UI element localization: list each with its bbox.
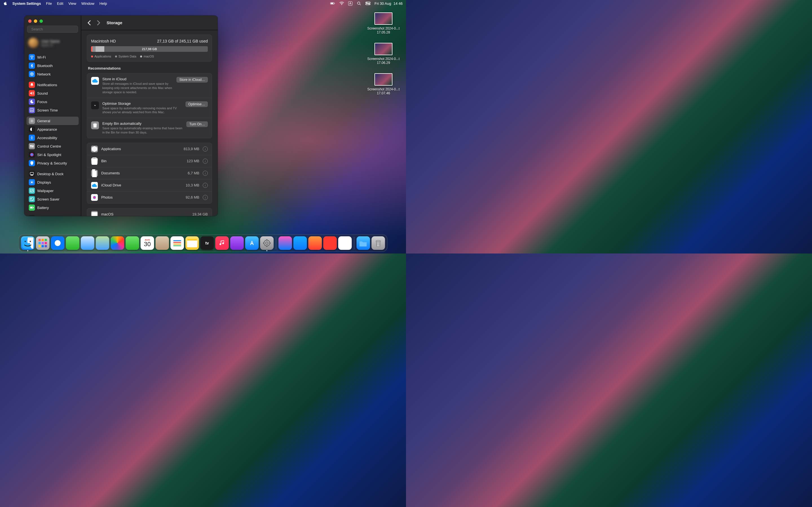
dock-music[interactable] (215, 236, 229, 250)
dock-launchpad[interactable] (36, 236, 50, 250)
info-button[interactable]: i (203, 159, 208, 164)
menu-app-name[interactable]: System Settings (12, 1, 41, 6)
category-macos: macOS 19,34 GB (87, 209, 212, 216)
iclouddrive-icon (91, 182, 98, 189)
sidebar-item-label: Bluetooth (37, 64, 53, 68)
dock-downloads[interactable] (357, 236, 370, 250)
menu-help[interactable]: Help (100, 1, 107, 6)
dock-messages[interactable] (66, 236, 80, 250)
dock-podcasts[interactable] (231, 236, 244, 250)
search-input[interactable] (31, 27, 79, 31)
dock-r5[interactable] (338, 236, 352, 250)
menu-bar: System Settings File Edit View Window He… (0, 0, 406, 7)
dock-mail[interactable] (81, 236, 94, 250)
category-label: Photos (101, 195, 183, 200)
dock-trash[interactable] (371, 236, 385, 250)
dock-r4[interactable] (323, 236, 337, 250)
input-source-icon[interactable]: A (348, 1, 352, 6)
menubar-date: Fri 30 Aug (374, 1, 391, 6)
dock-appstore[interactable] (245, 236, 259, 250)
sidebar-item-privacy[interactable]: Privacy & Security (27, 159, 79, 167)
menubar-clock[interactable]: Fri 30 Aug 14 46 (374, 1, 403, 6)
minimize-button[interactable] (34, 19, 37, 23)
icloud-button[interactable]: Store in iCloud… (176, 77, 208, 82)
sidebar-item-network[interactable]: Network (27, 70, 79, 78)
sidebar-item-controlcentre[interactable]: Control Centre (27, 142, 79, 151)
apple-menu-icon[interactable] (3, 1, 7, 5)
dock-finder[interactable] (21, 236, 35, 250)
dock-safari[interactable] (51, 236, 64, 250)
sidebar-item-lockscreen[interactable]: Lock Screen (27, 214, 79, 216)
dock-maps[interactable] (96, 236, 109, 250)
dock-r3[interactable] (308, 236, 322, 250)
sidebar-item-screentime[interactable]: Screen Time (27, 106, 79, 114)
menu-window[interactable]: Window (81, 1, 94, 6)
sidebar-item-bluetooth[interactable]: Bluetooth (27, 61, 79, 70)
svg-point-3 (342, 4, 342, 5)
recommendations-panel: Store in iCloud Store all messages in iC… (87, 73, 212, 138)
category-photos[interactable]: Photos 92,6 MB i (87, 191, 212, 203)
control-centre-icon[interactable] (365, 1, 370, 5)
macos-icon (91, 211, 98, 216)
category-size: 123 MB (187, 159, 199, 163)
optimise-button[interactable]: Optimise… (186, 101, 208, 107)
desktop-file[interactable]: Screenshot 2024-0...t 17.05.28 (366, 12, 400, 34)
category-iclouddrive[interactable]: iCloud Drive 10,3 MB i (87, 179, 212, 191)
sidebar-item-label: Battery (37, 206, 49, 210)
svg-point-20 (31, 145, 31, 146)
sidebar-item-battery[interactable]: Battery (27, 203, 79, 212)
dock-calendar[interactable]: AUG30 (141, 236, 154, 250)
dock-r1[interactable] (278, 236, 292, 250)
wifi-icon[interactable] (339, 1, 344, 5)
optimise-icon: tv (91, 101, 99, 109)
sidebar-item-wifi[interactable]: Wi-Fi (27, 53, 79, 61)
emptybin-button[interactable]: Turn On… (186, 121, 208, 127)
close-button[interactable] (28, 19, 32, 23)
dock-settings[interactable] (260, 236, 274, 250)
sidebar-item-general[interactable]: General (27, 117, 79, 125)
settings-icon (260, 236, 274, 250)
sidebar-item-desktopdock[interactable]: Desktop & Dock (27, 170, 79, 178)
sidebar-item-screensaver[interactable]: Screen Saver (27, 195, 79, 203)
info-button[interactable]: i (203, 147, 208, 152)
menu-view[interactable]: View (68, 1, 77, 6)
window-controls (24, 15, 81, 25)
dock-notes[interactable] (186, 236, 199, 250)
sidebar-item-focus[interactable]: Focus (27, 98, 79, 106)
screenshot-thumb (374, 12, 393, 25)
dock-contacts[interactable] (156, 236, 169, 250)
info-button[interactable]: i (203, 183, 208, 188)
storage-bar-system-data (93, 46, 96, 52)
back-button[interactable] (87, 20, 92, 25)
menubar-time: 14 46 (393, 1, 403, 6)
sidebar-item-appearance[interactable]: Appearance (27, 125, 79, 133)
sidebar-item-sound[interactable]: Sound (27, 89, 79, 98)
dock-reminders[interactable] (170, 236, 184, 250)
menu-file[interactable]: File (46, 1, 52, 6)
dock-tv[interactable]: tv (200, 236, 214, 250)
account-sub: Apple ID (41, 43, 60, 47)
dock-photos[interactable] (111, 236, 124, 250)
sidebar-search[interactable] (27, 25, 78, 33)
dock: AUG30 tv (18, 234, 388, 252)
category-applications[interactable]: Applications 813,9 MB i (87, 143, 212, 155)
spotlight-icon[interactable] (356, 1, 361, 5)
sidebar-item-wallpaper[interactable]: Wallpaper (27, 186, 79, 195)
sidebar-item-accessibility[interactable]: Accessibility (27, 133, 79, 142)
forward-button[interactable] (96, 20, 101, 25)
sidebar-item-siri[interactable]: Siri & Spotlight (27, 151, 79, 159)
sidebar-account[interactable]: User Name Apple ID (24, 35, 81, 52)
info-button[interactable]: i (203, 195, 208, 200)
category-bin[interactable]: Bin 123 MB i (87, 155, 212, 167)
desktop-file[interactable]: Screenshot 2024-0...t 17.06.29 (366, 43, 400, 65)
menu-edit[interactable]: Edit (57, 1, 63, 6)
sidebar-item-notifications[interactable]: Notifications (27, 80, 79, 89)
sidebar-item-displays[interactable]: Displays (27, 178, 79, 186)
dock-facetime[interactable] (126, 236, 139, 250)
desktop-file[interactable]: Screenshot 2024-0...t 17.07.46 (366, 73, 400, 95)
info-button[interactable]: i (203, 171, 208, 176)
dock-r2[interactable] (294, 236, 307, 250)
category-documents[interactable]: Documents 6,7 MB i (87, 167, 212, 179)
battery-icon[interactable] (330, 1, 335, 5)
zoom-button[interactable] (40, 19, 43, 23)
